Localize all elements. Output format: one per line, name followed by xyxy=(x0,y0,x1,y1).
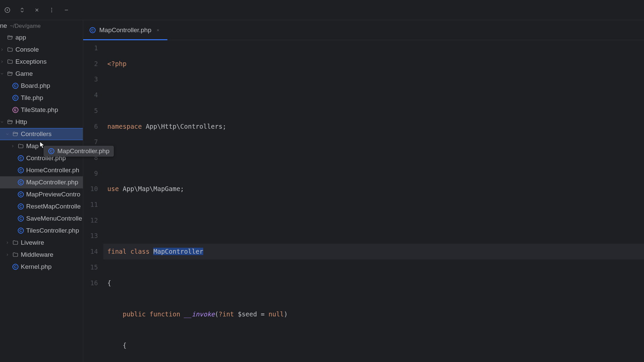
tree-label: Controllers xyxy=(21,130,52,138)
tree-label: Game xyxy=(15,70,33,77)
tree-item[interactable]: CMapController.php xyxy=(0,176,83,188)
enum-icon: E xyxy=(12,107,19,113)
cursor-icon xyxy=(40,141,45,149)
folder-open-icon xyxy=(7,70,13,77)
class-icon: C xyxy=(17,215,24,222)
tree-label: MapPreviewContro xyxy=(26,191,80,198)
chevron-icon[interactable] xyxy=(5,253,10,257)
tab-label: MapController.php xyxy=(99,26,151,34)
line-number: 1 xyxy=(83,40,98,56)
minimize-icon[interactable] xyxy=(62,5,71,15)
svg-point-2 xyxy=(51,8,52,8)
tree-label: HomeController.ph xyxy=(26,167,79,174)
line-number: 10 xyxy=(83,181,98,197)
project-sidebar: ne ~/Dev/game appConsoleExceptionsGameCB… xyxy=(0,20,83,362)
project-tree[interactable]: appConsoleExceptionsGameCBoard.phpCTile.… xyxy=(0,32,83,362)
class-icon: C xyxy=(17,155,24,162)
more-icon[interactable] xyxy=(47,5,56,15)
folder-icon xyxy=(12,239,19,246)
class-icon: C xyxy=(17,179,24,186)
tree-item[interactable]: Middleware xyxy=(0,249,83,261)
tree-item[interactable]: CHomeController.ph xyxy=(0,164,83,176)
svg-point-1 xyxy=(7,9,8,10)
class-icon: C xyxy=(17,167,24,174)
class-icon: C xyxy=(17,203,24,210)
tree-label: Middleware xyxy=(21,251,53,258)
tree-label: MapController.php xyxy=(26,179,78,186)
close-icon[interactable] xyxy=(32,5,42,15)
tree-label: Board.php xyxy=(21,82,50,89)
tree-item[interactable]: ETileState.php xyxy=(0,104,83,116)
line-number: 3 xyxy=(83,71,98,87)
class-icon: C xyxy=(89,27,96,34)
line-number: 6 xyxy=(83,119,98,134)
svg-point-4 xyxy=(51,11,52,12)
project-root[interactable]: ne ~/Dev/game xyxy=(0,20,83,32)
tree-item[interactable]: Controllers xyxy=(0,128,83,140)
editor-area: C MapController.php 1 2 3 4 5 6 7 8 9 10… xyxy=(83,20,644,362)
tree-item[interactable]: Exceptions xyxy=(0,56,83,68)
line-gutter: 1 2 3 4 5 6 7 8 9 10 11 12 13 14 15 16 xyxy=(83,40,103,362)
line-number: 15 xyxy=(83,259,98,275)
tree-item[interactable]: app xyxy=(0,32,83,44)
drag-ghost-label: MapController.php xyxy=(57,147,109,155)
chevron-icon[interactable] xyxy=(0,120,5,124)
line-number: 12 xyxy=(83,213,98,228)
line-number: 16 xyxy=(83,275,98,291)
chevron-icon[interactable] xyxy=(0,72,5,76)
tree-item[interactable]: CKernel.php xyxy=(0,261,83,273)
tree-label: Map xyxy=(26,142,39,150)
tree-label: Exceptions xyxy=(15,58,47,65)
folder-icon xyxy=(7,46,13,53)
tree-item[interactable]: Livewire xyxy=(0,237,83,249)
drag-ghost: C MapController.php xyxy=(44,146,114,157)
line-number: 2 xyxy=(83,56,98,72)
chevron-icon[interactable] xyxy=(0,48,5,52)
code-content[interactable]: <?php namespace App\Http\Controllers; us… xyxy=(103,40,644,362)
expand-collapse-icon[interactable] xyxy=(17,5,27,15)
line-number: 5 xyxy=(83,103,98,119)
tree-item[interactable]: Console xyxy=(0,44,83,56)
folder-icon xyxy=(17,143,24,149)
class-icon: C xyxy=(12,95,19,101)
close-tab-icon[interactable] xyxy=(155,27,161,34)
chevron-icon[interactable] xyxy=(5,132,10,136)
code-editor[interactable]: 1 2 3 4 5 6 7 8 9 10 11 12 13 14 15 16 <… xyxy=(83,40,644,362)
chevron-icon[interactable] xyxy=(11,144,15,148)
tree-item[interactable]: CMapPreviewContro xyxy=(0,188,83,200)
line-number: 14 xyxy=(83,244,98,259)
class-icon: C xyxy=(17,191,24,198)
folder-icon xyxy=(12,251,19,258)
tree-item[interactable]: CTile.php xyxy=(0,92,83,104)
class-icon: C xyxy=(48,148,55,155)
folder-icon xyxy=(7,58,13,65)
class-icon: C xyxy=(17,227,24,234)
tree-item[interactable]: CResetMapControlle xyxy=(0,200,83,213)
tree-item[interactable]: CSaveMenuControlle xyxy=(0,213,83,225)
tree-item[interactable]: CTilesController.php xyxy=(0,225,83,237)
class-icon: C xyxy=(12,263,19,270)
project-name: ne xyxy=(0,22,7,29)
line-number: 4 xyxy=(83,87,98,103)
tree-item[interactable]: Http xyxy=(0,116,83,128)
tree-label: Console xyxy=(15,46,39,53)
line-number: 13 xyxy=(83,228,98,244)
folder-open-icon xyxy=(7,34,13,41)
line-number: 11 xyxy=(83,197,98,213)
target-icon[interactable] xyxy=(3,5,12,15)
tab-bar: C MapController.php xyxy=(83,20,644,40)
tree-label: Http xyxy=(15,118,27,126)
folder-open-icon xyxy=(7,119,13,125)
chevron-icon[interactable] xyxy=(0,60,5,64)
tree-label: TileState.php xyxy=(21,106,58,114)
class-icon: C xyxy=(12,82,19,89)
tree-label: TilesController.php xyxy=(26,227,79,234)
tab-mapcontroller[interactable]: C MapController.php xyxy=(83,20,167,40)
chevron-icon[interactable] xyxy=(5,241,10,245)
tree-label: Kernel.php xyxy=(21,263,52,270)
project-path: ~/Dev/game xyxy=(10,23,41,29)
tree-label: Tile.php xyxy=(21,94,43,102)
tree-item[interactable]: CBoard.php xyxy=(0,80,83,92)
tree-item[interactable]: Game xyxy=(0,68,83,80)
tree-label: ResetMapControlle xyxy=(26,203,81,210)
